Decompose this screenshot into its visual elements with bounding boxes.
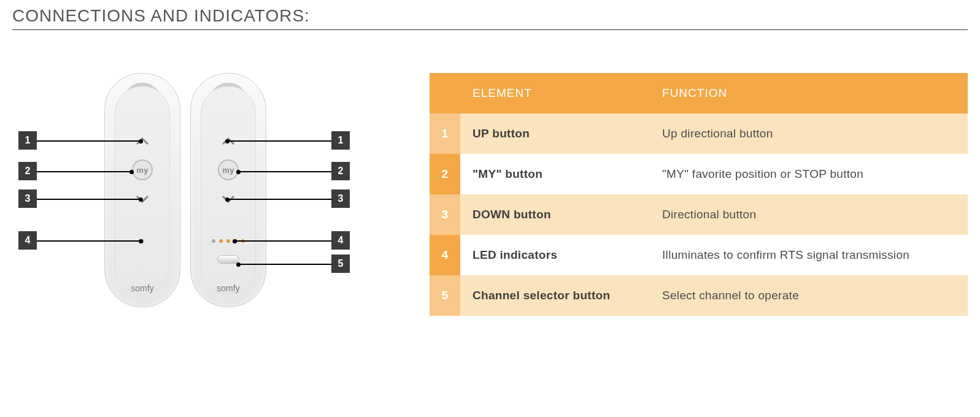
title-divider — [12, 29, 968, 30]
callout-left-4: 4 — [18, 231, 37, 250]
row-element: UP button — [460, 113, 650, 154]
row-number: 4 — [430, 235, 460, 275]
row-element: LED indicators — [460, 235, 650, 275]
table-row: 1 UP button Up directional button — [430, 113, 968, 154]
remote-diagram: my somfy my somfy 1 2 3 4 1 — [12, 73, 393, 343]
table-row: 5 Channel selector button Select channel… — [430, 275, 968, 316]
row-function: Up directional button — [650, 113, 968, 154]
row-function: "MY" favorite position or STOP button — [650, 154, 968, 194]
row-function: Directional button — [650, 194, 968, 235]
table-row: 3 DOWN button Directional button — [430, 194, 968, 235]
row-number: 1 — [430, 113, 460, 154]
remote-single-channel: my somfy — [104, 73, 180, 307]
brand-logo: somfy — [131, 283, 153, 293]
row-element: "MY" button — [460, 154, 650, 194]
callout-right-2: 2 — [331, 162, 350, 180]
table-row: 4 LED indicators Illuminates to confirm … — [430, 235, 968, 275]
callout-left-3: 3 — [18, 189, 37, 208]
row-function: Select channel to operate — [650, 275, 968, 316]
callout-right-4: 4 — [331, 231, 350, 250]
brand-logo: somfy — [217, 283, 239, 293]
callout-right-3: 3 — [331, 189, 350, 208]
callout-left-2: 2 — [18, 162, 37, 180]
callout-left-1: 1 — [18, 131, 37, 150]
row-number: 2 — [430, 154, 460, 194]
table-header-element: ELEMENT — [460, 73, 650, 113]
row-number: 5 — [430, 275, 460, 316]
table-header-num — [430, 73, 460, 113]
row-element: DOWN button — [460, 194, 650, 235]
remote-multi-channel: my somfy — [190, 73, 266, 307]
page-title: CONNECTIONS AND INDICATORS: — [12, 6, 968, 26]
channel-selector-icon — [217, 255, 239, 264]
row-function: Illuminates to confirm RTS signal transm… — [650, 235, 968, 275]
my-button-icon: my — [218, 159, 239, 180]
legend-table: ELEMENT FUNCTION 1 UP button Up directio… — [430, 73, 968, 316]
table-header-function: FUNCTION — [650, 73, 968, 113]
callout-right-1: 1 — [331, 131, 350, 150]
callout-right-5: 5 — [331, 254, 350, 273]
row-element: Channel selector button — [460, 275, 650, 316]
row-number: 3 — [430, 194, 460, 235]
my-button-icon: my — [132, 159, 153, 180]
table-row: 2 "MY" button "MY" favorite position or … — [430, 154, 968, 194]
